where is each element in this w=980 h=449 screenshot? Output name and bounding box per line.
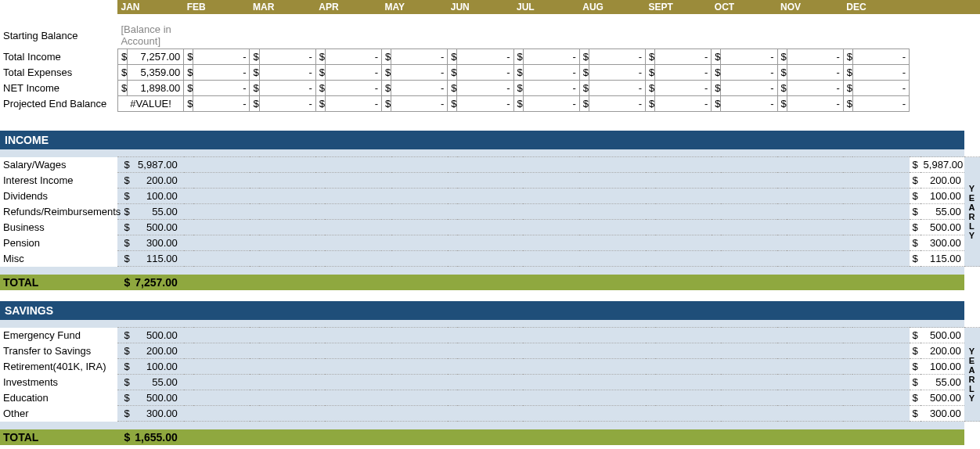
cell-val[interactable]: 1,898.00 (127, 81, 183, 96)
cell-val[interactable]: 7,257.00 (127, 49, 183, 65)
yearly-label-band: YEARLY (964, 157, 980, 267)
data-row: Investments$55.00$55.00 (0, 375, 980, 390)
month-jan[interactable]: JAN (117, 0, 183, 14)
data-row: Interest Income$200.00$200.00 (0, 173, 980, 189)
row-label: Transfer to Savings (0, 343, 117, 359)
savings-total-row: TOTAL $ 1,655.00 (0, 429, 980, 445)
data-row: Retirement(401K, IRA)$100.00$100.00 (0, 359, 980, 375)
data-row: Emergency Fund$500.00$500.00YEARLY (0, 328, 980, 343)
yearly-val: 500.00 (921, 328, 964, 343)
data-row: Pension$300.00$300.00 (0, 235, 980, 251)
yearly-val: 300.00 (921, 406, 964, 422)
cell-val[interactable]: 500.00 (127, 328, 183, 343)
income-header: INCOME (0, 131, 980, 149)
row-label: Projected End Balance (0, 96, 117, 112)
cell-val[interactable]: 100.00 (127, 189, 183, 204)
month-jun[interactable]: JUN (448, 0, 513, 14)
total-income-row: Total Income $7,257.00 $- $- $- $- $- $-… (0, 49, 980, 65)
cell-val[interactable]: 500.00 (127, 220, 183, 235)
row-label: Retirement(401K, IRA) (0, 359, 117, 375)
row-label: Starting Balance (0, 22, 117, 49)
row-label: NET Income (0, 81, 117, 96)
net-income-row: NET Income $1,898.00 $- $- $- $- $- $- $… (0, 81, 980, 96)
row-label: Emergency Fund (0, 328, 117, 343)
data-row: Dividends$100.00$100.00 (0, 189, 980, 204)
row-label: Total Income (0, 49, 117, 65)
data-row: Transfer to Savings$200.00$200.00 (0, 343, 980, 359)
yearly-label-band: YEARLY (964, 328, 980, 422)
data-row: Other$300.00$300.00 (0, 406, 980, 422)
cell-val[interactable]: 300.00 (127, 235, 183, 251)
budget-spreadsheet: JAN FEB MAR APR MAY JUN JUL AUG SEPT OCT… (0, 0, 980, 445)
total-label: TOTAL (0, 275, 117, 290)
month-aug[interactable]: AUG (579, 0, 645, 14)
starting-balance-jan[interactable]: [Balance in Account] (117, 22, 183, 49)
cell-val[interactable]: 200.00 (127, 343, 183, 359)
cell-val[interactable]: 200.00 (127, 173, 183, 189)
cell-val[interactable]: 100.00 (127, 359, 183, 375)
row-label: Misc (0, 251, 117, 267)
cell-val[interactable]: 300.00 (127, 406, 183, 422)
data-row: Refunds/Reimbursements$55.00$55.00 (0, 204, 980, 220)
yearly-val: 200.00 (921, 173, 964, 189)
yearly-val: 300.00 (921, 235, 964, 251)
yearly-val: 55.00 (921, 204, 964, 220)
row-label: Dividends (0, 189, 117, 204)
savings-header: SAVINGS (0, 301, 980, 320)
month-may[interactable]: MAY (381, 0, 447, 14)
yearly-val: 100.00 (921, 189, 964, 204)
yearly-val: 100.00 (921, 359, 964, 375)
cell-val[interactable]: 5,987.00 (127, 157, 183, 173)
cell-val[interactable]: #VALUE! (117, 96, 183, 112)
yearly-val: 115.00 (921, 251, 964, 267)
month-apr[interactable]: APR (315, 0, 381, 14)
yearly-val: 55.00 (921, 375, 964, 390)
total-expenses-row: Total Expenses $5,359.00 $- $- $- $- $- … (0, 65, 980, 81)
cell-val[interactable]: 55.00 (127, 204, 183, 220)
cell-val[interactable]: 55.00 (127, 375, 183, 390)
row-label: Salary/Wages (0, 157, 117, 173)
row-label: Interest Income (0, 173, 117, 189)
income-total-value: 7,257.00 (127, 275, 183, 290)
starting-balance-row: Starting Balance [Balance in Account] (0, 22, 980, 49)
row-label: Education (0, 390, 117, 406)
month-mar[interactable]: MAR (250, 0, 315, 14)
cell-val[interactable]: 500.00 (127, 390, 183, 406)
projected-end-row: Projected End Balance #VALUE! $- $- $- $… (0, 96, 980, 112)
yearly-val: 5,987.00 (921, 157, 964, 173)
row-label: Pension (0, 235, 117, 251)
savings-total-value: 1,655.00 (127, 429, 183, 445)
row-label: Business (0, 220, 117, 235)
month-jul[interactable]: JUL (513, 0, 579, 14)
row-label: Investments (0, 375, 117, 390)
cell-val[interactable]: 5,359.00 (127, 65, 183, 81)
cell-val[interactable]: 115.00 (127, 251, 183, 267)
yearly-val: 500.00 (921, 220, 964, 235)
month-sept[interactable]: SEPT (646, 0, 712, 14)
month-feb[interactable]: FEB (184, 0, 250, 14)
row-label: Total Expenses (0, 65, 117, 81)
month-header-row: JAN FEB MAR APR MAY JUN JUL AUG SEPT OCT… (0, 0, 980, 14)
total-label: TOTAL (0, 429, 117, 445)
income-total-row: TOTAL $ 7,257.00 (0, 275, 980, 290)
yearly-val: 500.00 (921, 390, 964, 406)
row-label: Other (0, 406, 117, 422)
data-row: Education$500.00$500.00 (0, 390, 980, 406)
data-row: Salary/Wages$5,987.00$5,987.00YEARLY (0, 157, 980, 173)
data-row: Misc$115.00$115.00 (0, 251, 980, 267)
yearly-val: 200.00 (921, 343, 964, 359)
data-row: Business$500.00$500.00 (0, 220, 980, 235)
month-dec[interactable]: DEC (843, 0, 909, 14)
month-oct[interactable]: OCT (712, 0, 777, 14)
month-nov[interactable]: NOV (777, 0, 843, 14)
row-label: Refunds/Reimbursements (0, 204, 117, 220)
